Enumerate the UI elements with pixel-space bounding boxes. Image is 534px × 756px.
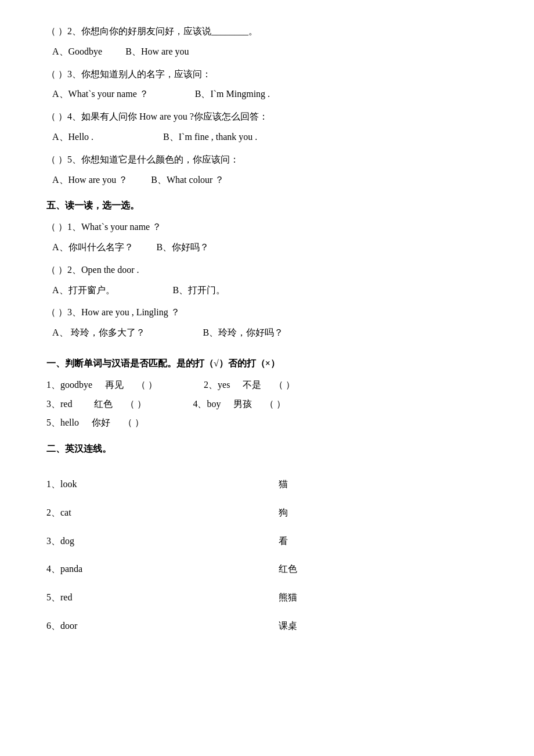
question-5: （ ）5、你想知道它是什么颜色的，你应该问： A、How are you ？ B… bbox=[46, 152, 488, 189]
judge-word-3: 3、red bbox=[46, 396, 72, 413]
judge-meaning-5: 你好 bbox=[82, 415, 110, 431]
judge-row-3: 5、hello 你好 （ ） bbox=[46, 415, 488, 431]
judge-item-2: 2、yes 不是 （ ） bbox=[204, 377, 295, 394]
question-3: （ ）3、你想知道别人的名字，应该问： A、What`s your name ？… bbox=[46, 66, 488, 103]
judge-word-4: 4、boy bbox=[193, 396, 221, 413]
judge-item-3: 3、red 红色 （ ） bbox=[46, 396, 146, 413]
match-row-4: 4、panda 红色 bbox=[46, 561, 488, 578]
judge-row-2: 3、red 红色 （ ） 4、boy 男孩 （ ） bbox=[46, 396, 488, 413]
q4-prompt: （ ）4、如果有人问你 How are you ?你应该怎么回答： bbox=[46, 109, 488, 125]
q3-prompt: （ ）3、你想知道别人的名字，应该问： bbox=[46, 66, 488, 83]
match-row-3: 3、dog 看 bbox=[46, 533, 488, 550]
part1-section: 一、判断单词与汉语是否匹配。是的打（√）否的打（×） 1、goodbye 再见 … bbox=[46, 355, 488, 431]
q2-options: A、Goodbye B、How are you bbox=[52, 44, 488, 60]
q5-prompt: （ ）5、你想知道它是什么颜色的，你应该问： bbox=[46, 152, 488, 168]
q2-prompt: （ ）2、你想向你的好朋友问好，应该说________。 bbox=[46, 23, 488, 40]
match-left-2: 2、cat bbox=[46, 505, 163, 521]
match-right-1: 猫 bbox=[279, 476, 395, 493]
q2-optionB: B、How are you bbox=[125, 44, 189, 60]
q5-optionB: B、What colour ？ bbox=[151, 172, 224, 189]
q2-optionA: A、Goodbye bbox=[52, 44, 102, 60]
judge-word-5: 5、hello bbox=[46, 415, 79, 431]
judge-paren-5: （ ） bbox=[114, 415, 144, 431]
p5-q1-options: A、你叫什么名字？ B、你好吗？ bbox=[52, 239, 488, 256]
match-left-6: 6、door bbox=[46, 618, 163, 635]
part5-section: 五、读一读，选一选。 （ ）1、What`s your name ？ A、你叫什… bbox=[46, 197, 488, 341]
match-row-5: 5、red 熊猫 bbox=[46, 589, 488, 606]
p5q2-text: （ ）2、Open the door . bbox=[46, 265, 139, 275]
judge-item-1: 1、goodbye 再见 （ ） bbox=[46, 377, 157, 394]
match-right-2: 狗 bbox=[279, 505, 395, 521]
part1-title: 一、判断单词与汉语是否匹配。是的打（√）否的打（×） bbox=[46, 355, 488, 372]
match-left-1: 1、look bbox=[46, 476, 163, 493]
judge-word-1: 1、goodbye bbox=[46, 377, 92, 394]
match-right-4: 红色 bbox=[279, 561, 395, 578]
match-row-1: 1、look 猫 bbox=[46, 476, 488, 493]
part5-title: 五、读一读，选一选。 bbox=[46, 197, 488, 214]
q3-optionB: B、I`m Mingming . bbox=[195, 86, 270, 103]
match-left-4: 4、panda bbox=[46, 561, 163, 578]
question-4: （ ）4、如果有人问你 How are you ?你应该怎么回答： A、Hell… bbox=[46, 109, 488, 146]
match-left-5: 5、red bbox=[46, 589, 163, 606]
part2-title: 二、英汉连线。 bbox=[46, 441, 488, 458]
judge-meaning-4: 男孩 bbox=[224, 396, 252, 413]
match-right-5: 熊猫 bbox=[279, 589, 395, 606]
p5q3-optionA: A、 玲玲，你多大了？ bbox=[52, 325, 145, 341]
match-row-2: 2、cat 狗 bbox=[46, 505, 488, 521]
judge-meaning-2: 不是 bbox=[233, 377, 261, 394]
p5q2-optionA: A、打开窗户。 bbox=[52, 282, 115, 299]
p5-q2-options: A、打开窗户。 B、打开门。 bbox=[52, 282, 488, 299]
judge-meaning-3: 红色 bbox=[75, 396, 113, 413]
p5q1-text: （ ）1、What`s your name ？ bbox=[46, 222, 161, 232]
judge-word-2: 2、yes bbox=[204, 377, 230, 394]
judge-meaning-1: 再见 bbox=[96, 377, 124, 394]
p5-q1-prompt: （ ）1、What`s your name ？ bbox=[46, 219, 488, 236]
q5-optionA: A、How are you ？ bbox=[52, 172, 128, 189]
q4-options: A、Hello . B、I`m fine , thank you . bbox=[52, 129, 488, 146]
p5q3-text: （ ）3、How are you , Lingling ？ bbox=[46, 307, 180, 317]
p5-q3-options: A、 玲玲，你多大了？ B、玲玲，你好吗？ bbox=[52, 325, 488, 341]
p5q1-optionB: B、你好吗？ bbox=[157, 239, 210, 256]
question-2: （ ）2、你想向你的好朋友问好，应该说________。 A、Goodbye B… bbox=[46, 23, 488, 60]
judge-item-4: 4、boy 男孩 （ ） bbox=[193, 396, 286, 413]
match-right-3: 看 bbox=[279, 533, 395, 550]
p5-q2-prompt: （ ）2、Open the door . bbox=[46, 262, 488, 279]
p5q1-optionA: A、你叫什么名字？ bbox=[52, 239, 134, 256]
q3-options: A、What`s your name ？ B、I`m Mingming . bbox=[52, 86, 488, 103]
judge-row-1: 1、goodbye 再见 （ ） 2、yes 不是 （ ） bbox=[46, 377, 488, 394]
judge-item-5: 5、hello 你好 （ ） bbox=[46, 415, 144, 431]
q4-optionA: A、Hello . bbox=[52, 129, 93, 146]
q5-text: （ ）5、你想知道它是什么颜色的，你应该问： bbox=[46, 154, 239, 164]
part2-section: 二、英汉连线。 1、look 猫 2、cat 狗 3、dog 看 4、panda… bbox=[46, 441, 488, 637]
q4-text: （ ）4、如果有人问你 How are you ?你应该怎么回答： bbox=[46, 111, 268, 121]
p5q3-optionB: B、玲玲，你好吗？ bbox=[203, 325, 284, 341]
match-row-6: 6、door 课桌 bbox=[46, 618, 488, 635]
q3-optionA: A、What`s your name ？ bbox=[52, 86, 149, 103]
p5-q3-prompt: （ ）3、How are you , Lingling ？ bbox=[46, 304, 488, 321]
q2-text: （ ）2、你想向你的好朋友问好，应该说________。 bbox=[46, 26, 258, 36]
q5-options: A、How are you ？ B、What colour ？ bbox=[52, 172, 488, 189]
match-right-6: 课桌 bbox=[279, 618, 395, 635]
judge-paren-1: （ ） bbox=[127, 377, 157, 394]
p5q2-optionB: B、打开门。 bbox=[173, 282, 226, 299]
matching-list: 1、look 猫 2、cat 狗 3、dog 看 4、panda 红色 5、re… bbox=[46, 476, 488, 637]
judge-paren-2: （ ） bbox=[265, 377, 295, 394]
q3-text: （ ）3、你想知道别人的名字，应该问： bbox=[46, 69, 211, 79]
judge-paren-3: （ ） bbox=[116, 396, 146, 413]
match-left-3: 3、dog bbox=[46, 533, 163, 550]
judge-paren-4: （ ） bbox=[255, 396, 286, 413]
q4-optionB: B、I`m fine , thank you . bbox=[163, 129, 257, 146]
